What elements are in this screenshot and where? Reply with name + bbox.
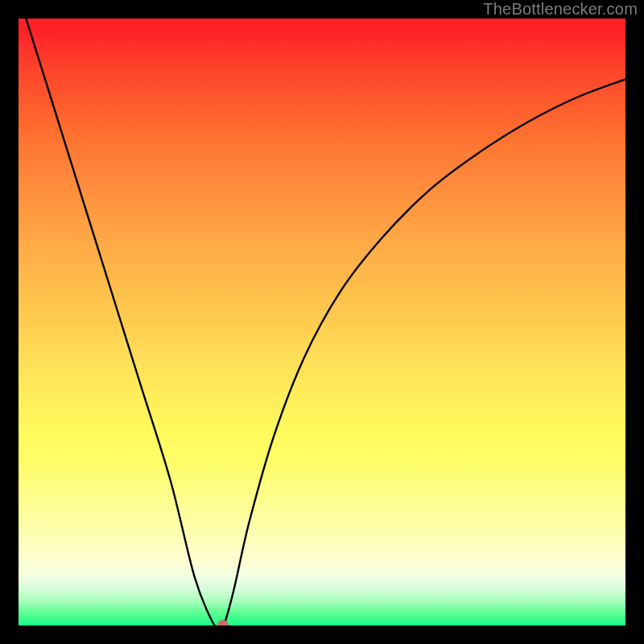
plot-area [19, 19, 625, 625]
bottleneck-curve [19, 19, 625, 625]
curve-layer [19, 19, 625, 625]
chart-canvas: TheBottlenecker.com [0, 0, 644, 644]
target-dot-icon [217, 620, 229, 625]
watermark-text: TheBottlenecker.com [483, 0, 638, 19]
